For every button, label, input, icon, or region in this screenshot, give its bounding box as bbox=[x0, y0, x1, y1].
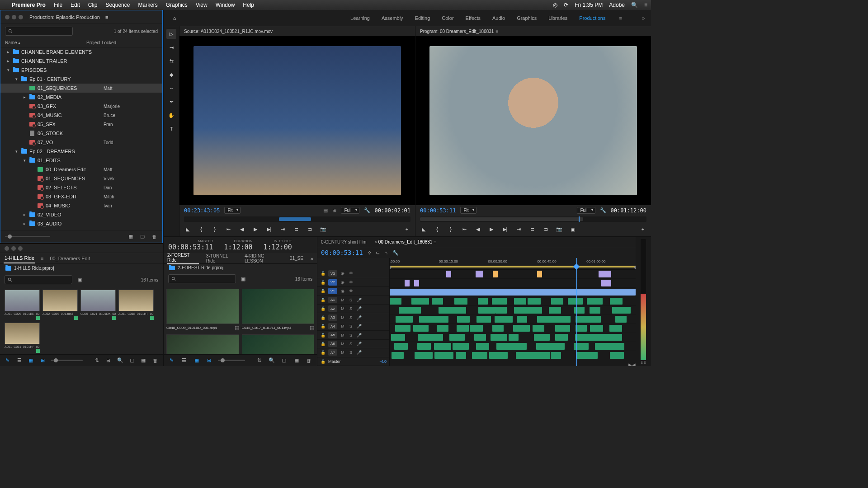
bin-clip[interactable]: A001_C029_0101BE_001.mp4 bbox=[5, 290, 40, 320]
hand-tool-icon[interactable]: ✋ bbox=[166, 110, 176, 120]
menu-markers[interactable]: Markers bbox=[138, 2, 157, 8]
wifi-icon[interactable]: ⟳ bbox=[564, 2, 568, 8]
workspace-tab-editing[interactable]: Editing bbox=[415, 15, 430, 21]
freeform-view-icon[interactable]: ⊞ bbox=[39, 357, 46, 364]
list-view-icon[interactable]: ☰ bbox=[180, 357, 187, 364]
list-view-icon[interactable]: ☰ bbox=[16, 357, 23, 364]
bin-clip[interactable]: C025_C021_0101DK_001.mp4 bbox=[80, 290, 116, 320]
tree-row-03-audio[interactable]: ▸03_AUDIO bbox=[0, 219, 162, 228]
play-icon[interactable]: ▶ bbox=[488, 225, 495, 233]
linked-selection-icon[interactable]: ⊂ bbox=[376, 250, 380, 256]
project-tab[interactable]: 4-RIDING LESSON bbox=[245, 253, 283, 263]
traffic-min-icon[interactable] bbox=[12, 15, 16, 19]
selection-tool-icon[interactable]: ▷ bbox=[166, 29, 176, 39]
tree-row-04-music[interactable]: 04_MUSICIvan bbox=[0, 201, 162, 210]
tree-row-ep-02-dreamers[interactable]: ▾Ep 02 - DREAMERS bbox=[0, 147, 162, 156]
sort-icon[interactable]: ⇅ bbox=[94, 357, 100, 364]
video-track-header-v1[interactable]: 🔒V1◉👁 bbox=[317, 287, 389, 296]
icon-view-icon[interactable]: ▦ bbox=[28, 357, 34, 364]
comparison-view-icon[interactable]: ▣ bbox=[569, 225, 576, 233]
col-header-locked[interactable]: Project Locked bbox=[86, 40, 116, 45]
icon-view-icon[interactable]: ▦ bbox=[193, 357, 200, 364]
workspace-tab-graphics[interactable]: Graphics bbox=[517, 15, 537, 21]
insert-icon[interactable]: ⊏ bbox=[292, 225, 300, 233]
source-canvas[interactable] bbox=[179, 36, 415, 205]
tree-row-01-edits[interactable]: ▾01_EDITS bbox=[0, 156, 162, 165]
project-clip-grid[interactable]: C048_C009_0101BD_001.mp4▤C048_C017_0101Y… bbox=[166, 289, 314, 354]
traffic-max-icon[interactable] bbox=[19, 15, 23, 19]
project-tab[interactable]: 3-TUNNEL Ride bbox=[206, 253, 237, 263]
source-tc-in[interactable]: 00:23:43:05 bbox=[184, 207, 220, 214]
settings-icon[interactable]: 🔧 bbox=[600, 207, 606, 213]
master-track-header[interactable]: 🔒Master-4.0 bbox=[317, 357, 389, 366]
workspace-tab-learning[interactable]: Learning bbox=[350, 15, 370, 21]
timeline-ruler[interactable]: :00:0000:00:15:0000:00:30:0000:00:45:000… bbox=[390, 258, 636, 270]
timeline-tc[interactable]: 00:00:53:11 bbox=[321, 249, 363, 256]
audio-track-a5[interactable] bbox=[390, 333, 636, 342]
step-fwd-icon[interactable]: ▶| bbox=[265, 225, 273, 233]
tree-row-06-stock[interactable]: 06_STOCK bbox=[0, 129, 162, 138]
program-canvas[interactable] bbox=[415, 36, 651, 205]
menu-file[interactable]: File bbox=[54, 2, 62, 8]
workspace-tab-color[interactable]: Color bbox=[442, 15, 453, 21]
bin-clip[interactable]: A001_C018_0101HT_001.mp4 bbox=[118, 290, 154, 320]
tree-row-07-vo[interactable]: 07_VOTodd bbox=[0, 138, 162, 147]
mark-clip-icon[interactable]: } bbox=[447, 225, 454, 233]
slip-tool-icon[interactable]: ↔ bbox=[166, 83, 176, 93]
spotlight-icon[interactable]: 🔍 bbox=[631, 2, 638, 8]
play-icon[interactable]: ▶ bbox=[252, 225, 259, 233]
tree-row-04-music[interactable]: 04_MUSICBruce bbox=[0, 111, 162, 120]
tree-row-channel-trailer[interactable]: ▸CHANNEL TRAILER bbox=[0, 56, 162, 66]
ripple-tool-icon[interactable]: ⇆ bbox=[166, 56, 176, 66]
audio-track-a7[interactable] bbox=[390, 351, 636, 360]
mark-out-icon[interactable]: { bbox=[434, 225, 441, 233]
timeline-tracks-area[interactable]: :00:0000:00:15:0000:00:30:0000:00:45:000… bbox=[390, 258, 636, 366]
col-header-name[interactable]: Name ▴ bbox=[5, 40, 86, 45]
menu-graphics[interactable]: Graphics bbox=[166, 2, 188, 8]
bin-thumbnail-grid[interactable]: A001_C029_0101BE_001.mp4A002_C019_001.mp… bbox=[5, 290, 158, 353]
video-track-header-v3[interactable]: 🔒V3◉👁 bbox=[317, 269, 389, 278]
workspace-menu-icon[interactable]: ≡ bbox=[619, 15, 622, 21]
workspace-tab-assembly[interactable]: Assembly bbox=[382, 15, 403, 21]
tab-menu-icon[interactable]: ≡ bbox=[41, 256, 43, 261]
tree-row-01-sequences[interactable]: 01_SEQUENCESMatt bbox=[0, 84, 162, 93]
menu-extra-icon[interactable]: ≡ bbox=[644, 2, 647, 8]
tree-row-episodes[interactable]: ▾EPISODES bbox=[0, 66, 162, 75]
project-zoom-slider[interactable] bbox=[218, 360, 245, 361]
export-frame-icon[interactable]: 📷 bbox=[320, 225, 327, 233]
traffic-close-icon[interactable] bbox=[5, 15, 9, 19]
menu-sequence[interactable]: Sequence bbox=[105, 2, 130, 8]
find-icon[interactable]: 🔍 bbox=[117, 357, 123, 364]
workspace-tab-productions[interactable]: Productions bbox=[579, 15, 605, 21]
panel-menu-icon[interactable]: ≡ bbox=[495, 29, 498, 34]
tree-row-channel-brand-elements[interactable]: ▸CHANNEL BRAND ELEMENTS bbox=[0, 47, 162, 56]
bin-zoom-slider[interactable] bbox=[51, 360, 83, 361]
bin-tab-hills[interactable]: 1-HILLS Ride bbox=[4, 253, 35, 263]
new-item-icon[interactable]: ▦ bbox=[140, 357, 146, 364]
home-icon[interactable]: ⌂ bbox=[170, 14, 179, 23]
program-tc-out[interactable]: 00:01:12:00 bbox=[611, 207, 646, 214]
audio-track-header-a1[interactable]: 🔒A1MS🎤 bbox=[317, 296, 389, 305]
find-icon[interactable]: 🔍 bbox=[268, 357, 275, 364]
snap-icon[interactable]: ⧲ bbox=[368, 250, 371, 256]
workspace-tab-libraries[interactable]: Libraries bbox=[548, 15, 567, 21]
audio-track-a4[interactable] bbox=[390, 324, 636, 333]
new-item-icon[interactable]: ▦ bbox=[127, 233, 134, 240]
video-track-v1[interactable] bbox=[390, 288, 636, 297]
tree-row-02-selects[interactable]: 02_SELECTSDan bbox=[0, 183, 162, 192]
settings-icon[interactable]: 🔧 bbox=[364, 207, 370, 213]
write-mode-icon[interactable]: ✎ bbox=[168, 357, 175, 364]
audio-track-header-a4[interactable]: 🔒A4MS🎤 bbox=[317, 322, 389, 331]
audio-track-a2[interactable] bbox=[390, 306, 636, 315]
production-tree[interactable]: ▸CHANNEL BRAND ELEMENTS▸CHANNEL TRAILER▾… bbox=[0, 47, 162, 230]
audio-track-header-a3[interactable]: 🔒A3MS🎤 bbox=[317, 313, 389, 322]
pen-tool-icon[interactable]: ✒ bbox=[166, 97, 176, 107]
program-res-dropdown[interactable]: Full bbox=[577, 207, 595, 214]
cc-sync-icon[interactable]: ◎ bbox=[553, 2, 557, 8]
type-tool-icon[interactable]: T bbox=[166, 124, 176, 134]
workspace-tab-effects[interactable]: Effects bbox=[466, 15, 481, 21]
thumbnail-zoom-slider[interactable] bbox=[5, 236, 50, 237]
audio-track-header-a6[interactable]: 🔒A6MS🎤 bbox=[317, 340, 389, 348]
project-tab[interactable]: 2-FOREST Ride bbox=[167, 253, 199, 264]
bin-clip[interactable]: A002_C019_001.mp4 bbox=[42, 290, 78, 320]
